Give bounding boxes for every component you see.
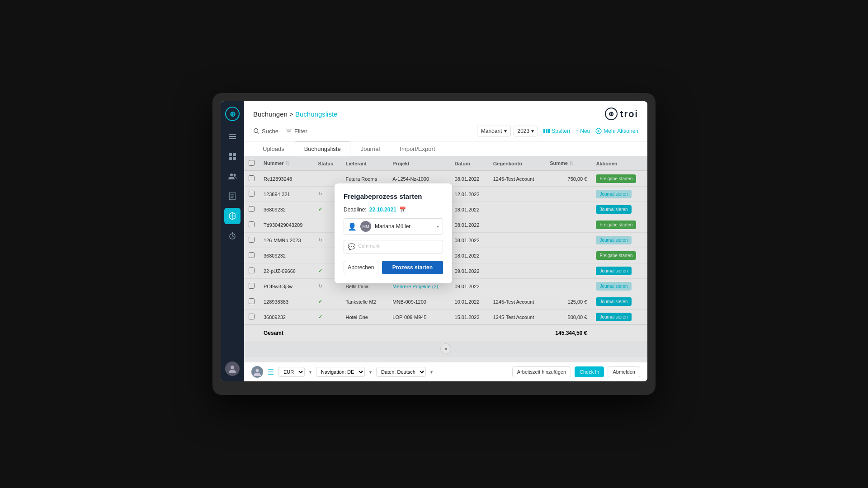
app-name: troi: [620, 109, 638, 119]
breadcrumb-parent[interactable]: Buchungen: [253, 110, 288, 118]
calendar-icon[interactable]: 📅: [399, 206, 406, 213]
tab-uploads[interactable]: Uploads: [253, 141, 294, 156]
app-logo: ⊕ troi: [605, 108, 638, 120]
mandant-select[interactable]: Mandant ▾: [477, 126, 511, 136]
header: Buchungen > Buchungsliste ⊕ troi Suche: [244, 101, 647, 141]
sidebar-logo-icon[interactable]: ⊕: [225, 107, 240, 121]
breadcrumb: Buchungen > Buchungsliste: [253, 110, 337, 118]
svg-rect-23: [546, 129, 547, 133]
year-select[interactable]: 2023 ▾: [514, 126, 538, 136]
modal-comment-field[interactable]: 💬 Comment: [344, 240, 443, 253]
footer: ☰ EUR ▾ Navigation: DE ▾ Daten: Deutsch …: [244, 362, 647, 381]
footer-avatar: [251, 366, 263, 378]
svg-point-8: [234, 174, 236, 176]
nav-dropdown-icon[interactable]: ▾: [369, 370, 372, 375]
abmelden-button[interactable]: Abmelden: [608, 366, 640, 377]
person-selector[interactable]: 👤 MM Mariana Müller ▾: [344, 218, 443, 235]
modal-person-field: 👤 MM Mariana Müller ▾: [344, 218, 443, 235]
daten-select[interactable]: Daten: Deutsch: [376, 367, 426, 377]
sidebar-user-avatar[interactable]: [225, 361, 240, 376]
year-label: 2023: [518, 128, 530, 134]
svg-rect-24: [548, 129, 550, 133]
search-label: Suche: [262, 128, 278, 135]
mehr-aktionen-link[interactable]: Mehr Aktionen: [595, 128, 638, 134]
svg-rect-22: [543, 129, 545, 133]
filter-button[interactable]: Filter: [286, 128, 307, 135]
svg-rect-1: [229, 136, 236, 137]
filter-label: Filter: [294, 128, 307, 135]
sidebar: ⊕: [221, 101, 244, 381]
comment-icon: 💬: [348, 243, 355, 250]
breadcrumb-separator: >: [289, 110, 295, 118]
person-name: Mariana Müller: [375, 223, 433, 230]
modal-buttons: Abbrechen Prozess starten: [344, 261, 443, 274]
person-icon: 👤: [348, 222, 357, 231]
list-icon: ☰: [268, 368, 274, 376]
svg-rect-5: [229, 157, 232, 160]
svg-rect-0: [229, 134, 236, 135]
freigabeprozess-modal: Freigabeprozess starten Deadline: 22.10.…: [335, 183, 452, 283]
svg-rect-6: [233, 157, 236, 160]
timer-icon[interactable]: [224, 228, 241, 244]
tab-import-export[interactable]: Import/Export: [390, 141, 444, 156]
neu-link[interactable]: + Neu: [576, 128, 590, 134]
person-avatar: MM: [360, 221, 371, 232]
document-icon[interactable]: [224, 188, 241, 204]
dashboard-icon[interactable]: [224, 148, 241, 164]
mandant-dropdown-icon: ▾: [504, 128, 507, 134]
navigation-select[interactable]: Navigation: DE: [316, 367, 365, 377]
modal-title: Freigabeprozess starten: [344, 192, 443, 200]
tab-buchungsliste[interactable]: Buchungsliste: [295, 141, 350, 156]
daten-dropdown-icon[interactable]: ▾: [430, 370, 433, 375]
logo-icon: ⊕: [605, 108, 618, 120]
svg-point-28: [256, 369, 259, 372]
comment-placeholder[interactable]: Comment: [358, 243, 380, 249]
svg-rect-4: [233, 153, 236, 156]
svg-point-7: [230, 174, 233, 176]
mandant-label: Mandant: [481, 128, 502, 134]
tab-journal[interactable]: Journal: [351, 141, 390, 156]
arbeitszeit-button[interactable]: Arbeitszeit hinzufügen: [512, 366, 571, 377]
process-button[interactable]: Prozess starten: [382, 261, 443, 274]
year-dropdown-icon: ▾: [531, 128, 534, 134]
breadcrumb-current: Buchungsliste: [295, 110, 337, 118]
person-dropdown-icon[interactable]: ▾: [437, 224, 439, 229]
deadline-value[interactable]: 22.10.2021: [369, 206, 396, 213]
svg-rect-2: [229, 138, 236, 139]
svg-point-20: [254, 129, 258, 133]
currency-select[interactable]: EUR: [278, 367, 305, 377]
users-icon[interactable]: [224, 168, 241, 184]
columns-label: Spalten: [552, 128, 570, 134]
tab-bar: Uploads Buchungsliste Journal Import/Exp…: [244, 141, 647, 156]
main-content: Buchungen > Buchungsliste ⊕ troi Suche: [244, 101, 647, 381]
search-button[interactable]: Suche: [253, 128, 278, 135]
checkin-button[interactable]: Check In: [575, 366, 604, 377]
cancel-button[interactable]: Abbrechen: [344, 261, 378, 274]
modal-deadline-field: Deadline: 22.10.2021 📅: [344, 206, 443, 213]
columns-button[interactable]: Spalten: [543, 128, 570, 134]
bookings-icon[interactable]: [224, 208, 241, 224]
svg-line-21: [258, 132, 259, 134]
deadline-label: Deadline:: [344, 206, 367, 213]
content-area: Nummer ⇅ Status Lieferant Projekt Datum …: [244, 156, 647, 362]
svg-rect-3: [229, 153, 232, 156]
svg-point-19: [231, 366, 234, 369]
menu-icon[interactable]: [224, 128, 241, 145]
currency-dropdown-icon[interactable]: ▾: [309, 370, 311, 375]
